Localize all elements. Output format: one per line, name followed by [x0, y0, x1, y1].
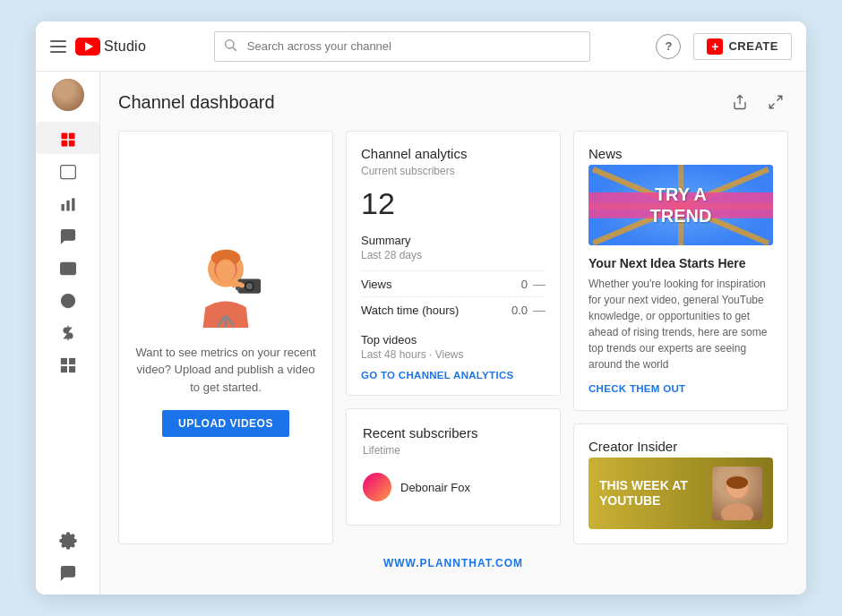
sidebar-item-analytics[interactable]	[36, 186, 99, 218]
upload-text: Want to see metrics on your recent video…	[135, 344, 316, 397]
sidebar	[36, 72, 100, 595]
check-them-out-link[interactable]: CHECK THEM OUT	[589, 383, 685, 394]
news-article-body: Whether you're looking for inspiration f…	[589, 276, 773, 372]
svg-rect-2	[61, 133, 67, 140]
main-layout: Channel dashboard	[36, 72, 806, 595]
svg-rect-14	[69, 359, 74, 364]
svg-point-21	[216, 259, 236, 281]
views-stat-row: Views 0 —	[361, 270, 546, 296]
create-label: CREATE	[728, 39, 778, 53]
sidebar-bottom	[36, 523, 99, 595]
creator-insider-card: Creator Insider THIS WEEK ATYOUTUBE	[573, 424, 788, 544]
go-to-analytics-link[interactable]: GO TO CHANNEL ANALYTICS	[361, 370, 546, 381]
svg-rect-13	[61, 367, 66, 372]
recent-subs-period: Lifetime	[363, 444, 544, 457]
svg-rect-4	[61, 141, 67, 147]
share-icon[interactable]	[727, 90, 752, 115]
svg-point-0	[225, 39, 233, 47]
sidebar-item-copyright[interactable]	[36, 283, 99, 315]
creator-insider-title: Creator Insider	[589, 439, 773, 454]
analytics-subscribers-label: Current subscribers	[361, 165, 546, 177]
topbar-left: Studio	[50, 38, 176, 56]
sidebar-item-settings[interactable]	[36, 523, 99, 555]
create-icon	[707, 38, 723, 55]
help-button[interactable]: ?	[656, 34, 681, 59]
svg-point-25	[246, 283, 253, 289]
svg-rect-7	[61, 204, 64, 211]
svg-rect-6	[60, 166, 75, 179]
analytics-card: Channel analytics Current subscribers 12…	[346, 131, 561, 396]
watchtime-stat-row: Watch time (hours) 0.0 —	[361, 296, 546, 322]
svg-line-1	[233, 47, 236, 51]
analytics-card-title: Channel analytics	[361, 146, 546, 161]
right-column: News	[573, 131, 788, 544]
svg-rect-15	[69, 367, 74, 372]
sidebar-item-customization[interactable]	[36, 347, 99, 380]
dashboard-grid: Want to see metrics on your recent video…	[118, 131, 788, 544]
views-dash: —	[533, 277, 546, 291]
news-image: TRY ATREND	[589, 165, 773, 245]
svg-rect-12	[61, 359, 66, 364]
search-icon	[223, 38, 237, 56]
studio-label: Studio	[104, 38, 146, 55]
recent-subscribers-card: Recent subscribers Lifetime Debonair Fox	[346, 408, 561, 526]
topbar: Studio ? CREATE	[36, 21, 806, 72]
youtube-studio-logo: Studio	[75, 38, 146, 56]
svg-rect-8	[66, 201, 69, 211]
subscriber-count: 12	[361, 186, 546, 221]
sidebar-item-monetization[interactable]	[36, 315, 99, 347]
news-card: News	[573, 131, 788, 411]
recent-subs-title: Recent subscribers	[363, 425, 544, 441]
search-input[interactable]	[214, 31, 590, 62]
svg-point-40	[721, 503, 753, 520]
sidebar-item-dashboard[interactable]	[36, 122, 99, 154]
creator-image-text: THIS WEEK ATYOUTUBE	[599, 478, 688, 509]
page-title: Channel dashboard	[118, 92, 275, 113]
watchtime-label: Watch time (hours)	[361, 304, 459, 317]
sidebar-item-content[interactable]	[36, 154, 99, 186]
creator-person-avatar	[712, 466, 762, 520]
news-title: News	[589, 146, 773, 161]
watchtime-dash: —	[533, 303, 546, 317]
sidebar-item-feedback[interactable]	[36, 555, 99, 587]
page-title-actions	[727, 90, 788, 115]
subscriber-item: Debonair Fox	[363, 466, 544, 509]
search-bar	[214, 31, 590, 62]
top-videos-label: Top videos	[361, 333, 546, 346]
svg-point-42	[726, 476, 748, 489]
youtube-icon	[75, 38, 100, 56]
topbar-right: ? CREATE	[656, 33, 791, 60]
subscriber-name: Debonair Fox	[400, 481, 470, 494]
summary-period: Last 28 days	[361, 249, 546, 261]
views-label: Views	[361, 278, 391, 291]
upload-card: Want to see metrics on your recent video…	[118, 131, 333, 544]
avatar[interactable]	[52, 79, 84, 111]
summary-label: Summary	[361, 234, 546, 247]
sidebar-nav	[36, 122, 99, 380]
upload-videos-button[interactable]: UPLOAD VIDEOS	[162, 410, 289, 437]
content-area: Channel dashboard	[100, 72, 806, 595]
creator-insider-image: THIS WEEK ATYOUTUBE	[589, 458, 773, 529]
middle-column: Channel analytics Current subscribers 12…	[346, 131, 561, 544]
upload-illustration	[176, 238, 275, 328]
views-value: 0 —	[521, 277, 546, 291]
subscriber-avatar	[363, 473, 391, 501]
sidebar-item-comments[interactable]	[36, 218, 99, 251]
watchtime-value: 0.0 —	[511, 303, 546, 317]
page-title-row: Channel dashboard	[118, 90, 788, 115]
news-article-title: Your Next Idea Starts Here	[589, 256, 773, 270]
svg-rect-9	[72, 198, 74, 210]
hamburger-menu[interactable]	[50, 40, 66, 53]
svg-rect-10	[60, 262, 75, 274]
expand-icon[interactable]	[763, 90, 788, 115]
top-videos-period: Last 48 hours · Views	[361, 348, 546, 361]
svg-rect-3	[68, 133, 74, 140]
create-button[interactable]: CREATE	[693, 33, 791, 60]
footer-text: WWW.PLANNTHAT.COM	[118, 544, 788, 577]
news-image-text: TRY ATREND	[650, 184, 712, 227]
svg-rect-5	[68, 141, 74, 147]
sidebar-item-subtitles[interactable]	[36, 251, 99, 283]
